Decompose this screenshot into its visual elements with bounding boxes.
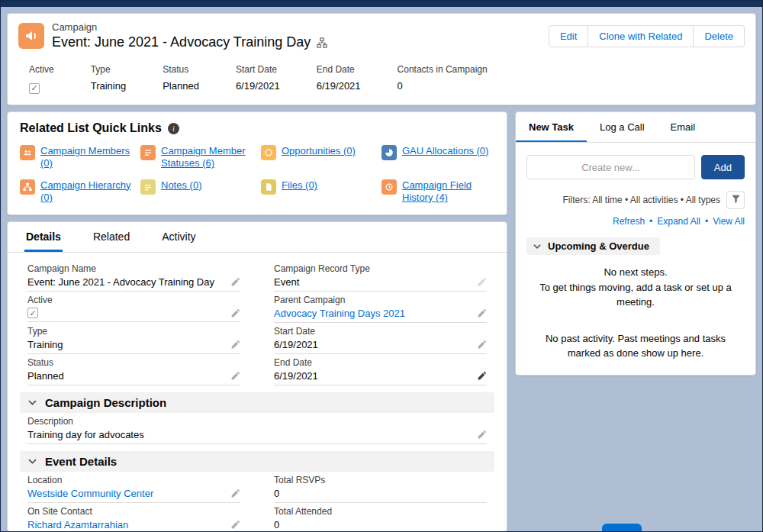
entity-label: Campaign: [52, 21, 327, 33]
main-column: Related List Quick Links i Campaign Memb…: [7, 111, 507, 532]
tab-details[interactable]: Details: [24, 222, 63, 252]
page-title: Event: June 2021 - Advocacy Training Day: [52, 34, 311, 50]
field-active: Active ✓: [27, 292, 240, 323]
chevron-down-icon: [27, 456, 37, 466]
tab-log-a-call[interactable]: Log a Call: [587, 112, 658, 142]
task-composer: Add: [526, 155, 745, 179]
refresh-link[interactable]: Refresh: [613, 216, 645, 227]
edit-pencil-icon[interactable]: [477, 277, 487, 287]
related-list-quick-links-card: Related List Quick Links i Campaign Memb…: [7, 111, 507, 215]
funnel-icon: [731, 194, 741, 206]
quick-link-campaign-members[interactable]: Campaign Members (0): [20, 145, 133, 170]
campaign-hierarchy-icon: [20, 179, 35, 195]
active-checkbox: ✓: [27, 308, 38, 318]
edit-button[interactable]: Edit: [549, 25, 588, 47]
quick-link-opportunities[interactable]: Opportunities (0): [261, 145, 374, 170]
quick-link-campaign-member-statuses[interactable]: Campaign Member Statuses (6): [140, 145, 253, 170]
field-campaign-name: Campaign Name Event: June 2021 - Advocac…: [27, 260, 240, 292]
timeline-actions: Refresh • Expand All • View All: [526, 216, 745, 227]
field-end-date: End Date 6/19/2021: [274, 354, 487, 385]
expand-all-link[interactable]: Expand All: [657, 216, 700, 227]
campaign-field-history-icon: [382, 179, 397, 195]
delete-button[interactable]: Delete: [694, 25, 745, 47]
filter-button[interactable]: [726, 191, 745, 209]
info-icon[interactable]: i: [168, 123, 179, 134]
gau-allocations-icon: [382, 145, 397, 160]
field-total-attended: Total Attended 0: [274, 503, 487, 532]
tab-related[interactable]: Related: [92, 222, 131, 252]
quick-links-title: Related List Quick Links: [20, 121, 162, 135]
record-tabs: Details Related Activity: [8, 222, 507, 253]
highlights-panel: Active ✓ Type Training Status Planned St…: [18, 64, 745, 94]
highlight-active: Active ✓: [29, 64, 54, 94]
highlight-end-date: End Date 6/19/2021: [317, 64, 361, 94]
edit-pencil-icon[interactable]: [477, 340, 487, 350]
edit-pencil-icon[interactable]: [230, 520, 240, 530]
tab-email[interactable]: Email: [658, 112, 709, 142]
quick-link-notes[interactable]: Notes (0): [140, 179, 253, 205]
field-type: Type Training: [27, 323, 240, 354]
field-parent-campaign: Parent Campaign Advocacy Training Days 2…: [274, 292, 487, 323]
campaign-member-statuses-icon: [140, 145, 156, 160]
separator: •: [649, 216, 652, 227]
chevron-down-icon: [533, 242, 542, 251]
edit-pencil-icon[interactable]: [230, 488, 240, 498]
no-past-activity-message: No past activity. Past meetings and task…: [526, 331, 745, 361]
quick-link-gau-allocations[interactable]: GAU Allocations (0): [382, 145, 494, 170]
campaign-record-page: Campaign Event: June 2021 - Advocacy Tra…: [1, 7, 762, 532]
page-columns: Related List Quick Links i Campaign Memb…: [7, 111, 756, 532]
activity-tabs: New Task Log a Call Email: [516, 112, 755, 143]
campaign-entity-icon: [18, 23, 44, 49]
activity-column: New Task Log a Call Email Add Filters: A…: [515, 111, 756, 376]
field-campaign-record-type: Campaign Record Type Event: [274, 260, 487, 292]
on-site-contact-link[interactable]: Richard Azamtarrahian: [27, 519, 128, 530]
field-description: Description Training day for advocates: [27, 413, 487, 444]
create-task-input[interactable]: [526, 155, 695, 179]
highlight-contacts-in-campaign: Contacts in Campaign 0: [398, 64, 488, 94]
quick-link-files[interactable]: Files (0): [261, 179, 374, 205]
opportunities-icon: [261, 145, 276, 160]
highlight-start-date: Start Date 6/19/2021: [236, 64, 280, 94]
edit-pencil-icon[interactable]: [230, 340, 240, 350]
clone-with-related-button[interactable]: Clone with Related: [588, 25, 694, 47]
edit-pencil-icon[interactable]: [230, 371, 240, 381]
edit-pencil-icon[interactable]: [230, 308, 240, 318]
upcoming-overdue-expander[interactable]: Upcoming & Overdue: [526, 237, 660, 255]
files-icon: [261, 179, 276, 195]
parent-campaign-link[interactable]: Advocacy Training Days 2021: [274, 308, 405, 319]
highlight-status: Status Planned: [163, 64, 199, 94]
notes-icon: [140, 179, 156, 195]
details-form: Campaign Name Event: June 2021 - Advocac…: [8, 253, 507, 532]
edit-pencil-icon[interactable]: [477, 308, 487, 318]
help-chat-widget[interactable]: [602, 524, 642, 531]
quick-links-grid: Campaign Members (0) Campaign Member Sta…: [20, 145, 494, 204]
highlight-type: Type Training: [91, 64, 126, 94]
view-all-link[interactable]: View All: [713, 216, 745, 227]
location-link[interactable]: Westside Community Center: [27, 488, 153, 499]
header-action-buttons: Edit Clone with Related Delete: [549, 25, 745, 47]
tab-new-task[interactable]: New Task: [516, 112, 587, 142]
tab-activity[interactable]: Activity: [160, 222, 197, 252]
no-next-steps-message: No next steps. To get things moving, add…: [526, 265, 745, 310]
edit-pencil-icon[interactable]: [477, 371, 487, 381]
record-header: Campaign Event: June 2021 - Advocacy Tra…: [18, 21, 745, 50]
quick-link-campaign-field-history[interactable]: Campaign Field History (4): [382, 179, 494, 205]
separator: •: [705, 216, 708, 227]
quick-link-campaign-hierarchy[interactable]: Campaign Hierarchy (0): [20, 179, 133, 205]
record-header-card: Campaign Event: June 2021 - Advocacy Tra…: [7, 13, 756, 105]
field-on-site-contact: On Site Contact Richard Azamtarrahian: [27, 503, 240, 532]
edit-pencil-icon[interactable]: [477, 430, 487, 440]
timeline-filters-text: Filters: All time • All activities • All…: [563, 195, 720, 205]
section-event-details[interactable]: Event Details: [20, 451, 494, 472]
campaign-members-icon: [20, 145, 35, 160]
edit-pencil-icon[interactable]: [230, 277, 240, 287]
activity-composer-card: New Task Log a Call Email Add Filters: A…: [515, 111, 756, 376]
global-header-bar: [1, 1, 762, 7]
field-location: Location Westside Community Center: [27, 472, 240, 503]
section-campaign-description[interactable]: Campaign Description: [20, 392, 494, 413]
field-status: Status Planned: [27, 354, 240, 385]
chevron-down-icon: [27, 398, 37, 408]
title-block: Campaign Event: June 2021 - Advocacy Tra…: [52, 21, 327, 50]
add-task-button[interactable]: Add: [701, 155, 745, 179]
hierarchy-icon[interactable]: [317, 37, 327, 48]
